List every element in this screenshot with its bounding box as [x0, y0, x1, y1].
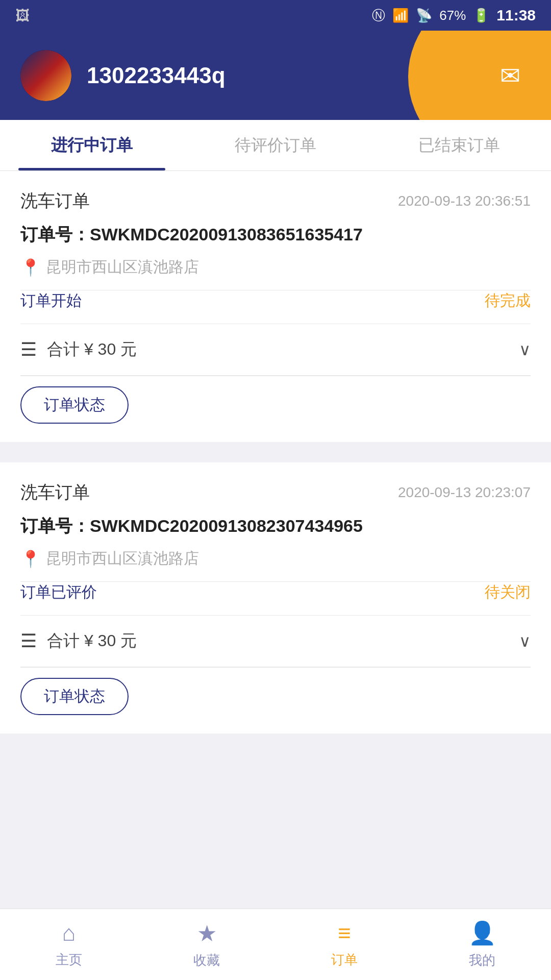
- location-text: 昆明市西山区滇池路店: [46, 548, 199, 569]
- order-header: 洗车订单 2020-09-13 20:23:07: [20, 481, 531, 504]
- nav-profile[interactable]: 👤 我的: [413, 909, 551, 980]
- order-status-right: 待完成: [485, 290, 531, 311]
- order-location: 📍 昆明市西山区滇池路店: [20, 257, 531, 278]
- list-icon: ☰: [20, 630, 37, 652]
- battery-text: 67%: [439, 8, 466, 23]
- order-datetime: 2020-09-13 20:36:51: [398, 193, 531, 209]
- order-datetime: 2020-09-13 20:23:07: [398, 484, 531, 501]
- order-total-row[interactable]: ☰ 合计 ¥ 30 元 ∨: [20, 324, 531, 375]
- order-list: 洗车订单 2020-09-13 20:36:51 订单号：SWKMDC20200…: [0, 171, 551, 733]
- nav-home-label: 主页: [56, 951, 82, 969]
- order-status-left: 订单已评价: [20, 582, 97, 603]
- image-icon: 🖼: [15, 7, 30, 24]
- section-divider: [0, 452, 551, 462]
- order-header: 洗车订单 2020-09-13 20:36:51: [20, 189, 531, 213]
- order-action-row: 订单状态: [20, 667, 531, 733]
- tab-active-orders[interactable]: 进行中订单: [0, 120, 184, 170]
- chevron-down-icon[interactable]: ∨: [519, 340, 531, 359]
- order-card: 洗车订单 2020-09-13 20:23:07 订单号：SWKMDC20200…: [0, 462, 551, 733]
- nav-orders[interactable]: ≡ 订单: [276, 909, 413, 980]
- order-card: 洗车订单 2020-09-13 20:36:51 订单号：SWKMDC20200…: [0, 171, 551, 442]
- signal-icon: 📡: [416, 8, 432, 23]
- nav-home[interactable]: ⌂ 主页: [0, 909, 138, 980]
- nav-profile-label: 我的: [469, 951, 495, 969]
- order-location: 📍 昆明市西山区滇池路店: [20, 548, 531, 569]
- header: 1302233443q ✉: [0, 31, 551, 120]
- nav-favorites-label: 收藏: [193, 951, 220, 969]
- list-icon: ☰: [20, 339, 37, 360]
- mail-icon[interactable]: ✉: [500, 61, 520, 90]
- status-bar: 🖼 Ⓝ 📶 📡 67% 🔋 11:38: [0, 0, 551, 31]
- nav-orders-label: 订单: [331, 951, 358, 969]
- battery-icon: 🔋: [473, 8, 489, 23]
- order-total-row[interactable]: ☰ 合计 ¥ 30 元 ∨: [20, 616, 531, 667]
- orders-icon: ≡: [338, 920, 351, 946]
- order-type: 洗车订单: [20, 481, 90, 504]
- profile-icon: 👤: [468, 920, 496, 946]
- nfc-icon: Ⓝ: [372, 7, 385, 24]
- tab-pending-review[interactable]: 待评价订单: [184, 120, 367, 170]
- order-status-row: 订单已评价 待关闭: [20, 582, 531, 615]
- tabs-bar: 进行中订单 待评价订单 已结束订单: [0, 120, 551, 171]
- order-status-row: 订单开始 待完成: [20, 290, 531, 324]
- total-text: 合计 ¥ 30 元: [47, 338, 509, 361]
- wifi-icon: 📶: [392, 8, 409, 23]
- total-text: 合计 ¥ 30 元: [47, 630, 509, 652]
- order-action-row: 订单状态: [20, 376, 531, 442]
- order-status-button[interactable]: 订单状态: [20, 678, 129, 715]
- order-number: 订单号：SWKMDC20200913082307434965: [20, 514, 531, 538]
- order-status-right: 待关闭: [485, 582, 531, 603]
- tab-closed-orders[interactable]: 已结束订单: [367, 120, 551, 170]
- header-decoration: [408, 31, 551, 120]
- avatar: [20, 50, 71, 101]
- order-type: 洗车订单: [20, 189, 90, 213]
- time-display: 11:38: [496, 7, 536, 24]
- location-text: 昆明市西山区滇池路店: [46, 257, 199, 278]
- bottom-nav: ⌂ 主页 ★ 收藏 ≡ 订单 👤 我的: [0, 909, 551, 980]
- chevron-down-icon[interactable]: ∨: [519, 631, 531, 651]
- order-status-button[interactable]: 订单状态: [20, 386, 129, 424]
- order-status-left: 订单开始: [20, 290, 82, 311]
- nav-favorites[interactable]: ★ 收藏: [138, 909, 276, 980]
- location-icon: 📍: [20, 549, 41, 569]
- star-icon: ★: [197, 920, 217, 946]
- order-number: 订单号：SWKMDC20200913083651635417: [20, 223, 531, 247]
- home-icon: ⌂: [62, 920, 76, 946]
- location-icon: 📍: [20, 258, 41, 277]
